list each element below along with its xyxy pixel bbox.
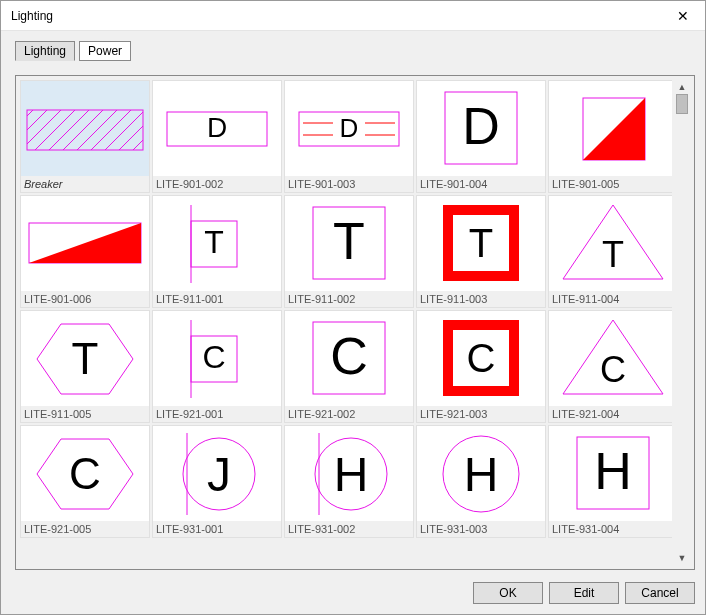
window: Lighting ✕ LightingPower BreakerDLITE-90… (0, 0, 706, 615)
svg-text:T: T (469, 221, 493, 265)
gallery-item-label: LITE-911-001 (153, 291, 281, 307)
gallery-item-label: LITE-901-003 (285, 176, 413, 192)
triangle-letter-icon: T (549, 196, 672, 291)
gallery-item[interactable]: Breaker (20, 80, 150, 193)
square-letter-icon: T (285, 196, 413, 291)
tab-lighting[interactable]: Lighting (15, 41, 75, 61)
square-letter-icon: D (417, 81, 545, 176)
gallery-item-label: LITE-901-002 (153, 176, 281, 192)
gallery-item[interactable]: CLITE-921-005 (20, 425, 150, 538)
gallery-frame: BreakerDLITE-901-002DLITE-901-003DLITE-9… (15, 75, 695, 570)
circle-letter-icon: H (417, 426, 545, 521)
svg-text:H: H (594, 442, 632, 500)
gallery-item[interactable]: TLITE-911-003 (416, 195, 546, 308)
gallery-item-label: LITE-921-005 (21, 521, 149, 537)
gallery-item-label: LITE-931-002 (285, 521, 413, 537)
svg-text:C: C (330, 327, 368, 385)
gallery-item-label: LITE-921-001 (153, 406, 281, 422)
gallery-item-label: LITE-931-003 (417, 521, 545, 537)
gallery-item[interactable]: CLITE-921-002 (284, 310, 414, 423)
gallery-viewport: BreakerDLITE-901-002DLITE-901-003DLITE-9… (20, 80, 672, 565)
window-title: Lighting (11, 9, 53, 23)
gallery-item[interactable]: CLITE-921-001 (152, 310, 282, 423)
svg-text:D: D (462, 97, 500, 155)
gallery-item[interactable]: LITE-901-005 (548, 80, 672, 193)
svg-line-4 (23, 110, 33, 150)
hexagon-letter-icon: T (21, 311, 149, 406)
square-letter-icon: C (285, 311, 413, 406)
ok-button[interactable]: OK (473, 582, 543, 604)
gallery-grid: BreakerDLITE-901-002DLITE-901-003DLITE-9… (20, 80, 672, 538)
gallery-item-label: LITE-921-003 (417, 406, 545, 422)
titlebar: Lighting ✕ (1, 1, 705, 31)
scroll-up-icon[interactable]: ▲ (678, 80, 687, 94)
gallery-item[interactable]: HLITE-931-002 (284, 425, 414, 538)
svg-text:C: C (69, 449, 101, 498)
gallery-item[interactable]: TLITE-911-001 (152, 195, 282, 308)
square-letter-icon: H (549, 426, 672, 521)
rect-letter-icon: D (153, 81, 281, 176)
svg-text:H: H (464, 448, 499, 501)
scroll-down-icon[interactable]: ▼ (678, 551, 687, 565)
gallery-item[interactable]: HLITE-931-004 (548, 425, 672, 538)
gallery-item[interactable]: TLITE-911-002 (284, 195, 414, 308)
gallery-item[interactable]: DLITE-901-002 (152, 80, 282, 193)
rect-letter-lines-icon: D (285, 81, 413, 176)
svg-text:T: T (333, 212, 365, 270)
gallery-item-label: LITE-911-003 (417, 291, 545, 307)
cancel-button[interactable]: Cancel (625, 582, 695, 604)
split-lower-icon (21, 196, 149, 291)
scrollbar-vertical[interactable]: ▲ ▼ (674, 80, 690, 565)
flag-square-icon: C (153, 311, 281, 406)
svg-text:J: J (207, 448, 231, 501)
svg-text:C: C (202, 339, 225, 375)
svg-line-14 (133, 110, 147, 150)
svg-text:T: T (72, 334, 99, 383)
gallery-item-label: LITE-931-001 (153, 521, 281, 537)
gallery-item[interactable]: TLITE-911-004 (548, 195, 672, 308)
scroll-thumb[interactable] (676, 94, 688, 114)
gallery-item[interactable]: HLITE-931-003 (416, 425, 546, 538)
gallery-item[interactable]: TLITE-911-005 (20, 310, 150, 423)
gallery-item-label: LITE-921-002 (285, 406, 413, 422)
svg-marker-31 (29, 223, 141, 263)
svg-text:C: C (600, 349, 626, 390)
flag-circle-icon: H (285, 426, 413, 521)
gallery-item-label: LITE-911-004 (549, 291, 672, 307)
gallery-item-label: LITE-911-002 (285, 291, 413, 307)
gallery-item-label: Breaker (21, 176, 149, 192)
gallery-item[interactable]: JLITE-931-001 (152, 425, 282, 538)
split-upper-icon (549, 81, 672, 176)
scroll-track[interactable] (674, 94, 690, 551)
tab-strip: LightingPower (1, 31, 705, 63)
client-area: LightingPower BreakerDLITE-901-002DLITE-… (1, 31, 705, 614)
triangle-letter-icon: C (549, 311, 672, 406)
svg-text:T: T (204, 224, 224, 260)
square-red-border-icon: T (417, 196, 545, 291)
gallery-item[interactable]: LITE-901-006 (20, 195, 150, 308)
gallery-item-label: LITE-901-004 (417, 176, 545, 192)
flag-circle-icon: J (153, 426, 281, 521)
square-red-border-icon: C (417, 311, 545, 406)
breaker-icon (21, 81, 149, 176)
gallery-item-label: LITE-901-006 (21, 291, 149, 307)
flag-square-icon: T (153, 196, 281, 291)
gallery-item-label: LITE-921-004 (549, 406, 672, 422)
button-row: OK Edit Cancel (1, 576, 705, 614)
svg-text:C: C (467, 336, 496, 380)
svg-text:H: H (334, 448, 369, 501)
gallery-item-label: LITE-911-005 (21, 406, 149, 422)
gallery-item[interactable]: CLITE-921-003 (416, 310, 546, 423)
gallery-item[interactable]: CLITE-921-004 (548, 310, 672, 423)
gallery-item-label: LITE-931-004 (549, 521, 672, 537)
close-button[interactable]: ✕ (661, 1, 705, 30)
tab-power[interactable]: Power (79, 41, 131, 61)
svg-marker-29 (583, 98, 645, 160)
close-icon: ✕ (677, 8, 689, 24)
gallery-item[interactable]: DLITE-901-003 (284, 80, 414, 193)
svg-text:D: D (207, 112, 227, 143)
svg-text:D: D (340, 113, 359, 143)
hexagon-letter-icon: C (21, 426, 149, 521)
edit-button[interactable]: Edit (549, 582, 619, 604)
gallery-item[interactable]: DLITE-901-004 (416, 80, 546, 193)
